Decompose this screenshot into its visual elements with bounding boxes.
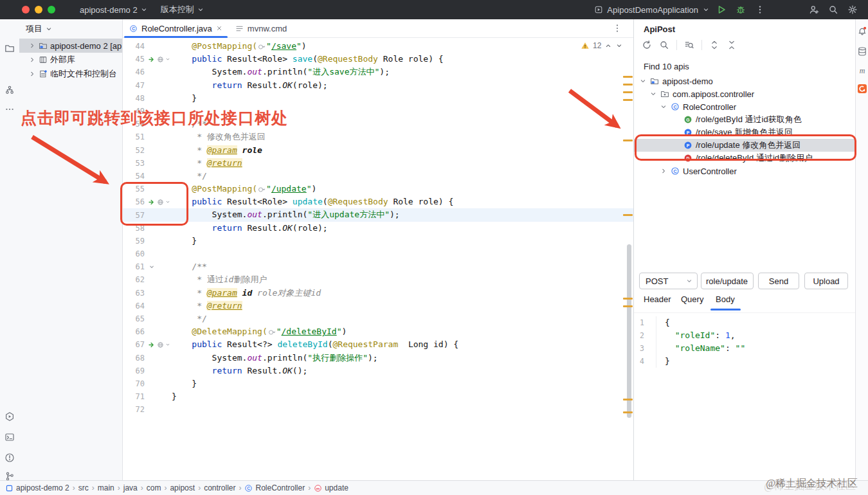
- editor-scrollbar[interactable]: [627, 244, 631, 418]
- project-switcher[interactable]: apipost-demo 2: [73, 0, 154, 19]
- structure-tool-icon[interactable]: [5, 85, 15, 95]
- close-window-icon[interactable]: [22, 6, 30, 14]
- more-actions-icon[interactable]: [755, 4, 765, 15]
- project-item-label: 外部库: [50, 54, 75, 66]
- code-line-45[interactable]: 45 public Result<Role> save(@RequestBody…: [123, 53, 634, 66]
- code-line-44[interactable]: 44 @PostMapping("/save"): [123, 40, 634, 53]
- code-line-68[interactable]: 68 System.out.println("执行删除操作");: [123, 352, 634, 364]
- breadcrumb-item[interactable]: main: [98, 483, 114, 492]
- project-tree-item[interactable]: 临时文件和控制台: [19, 67, 122, 81]
- tab-body[interactable]: Body: [716, 294, 735, 304]
- breadcrumb-item[interactable]: apipost-demo 2: [5, 483, 69, 492]
- upload-button[interactable]: Upload: [804, 273, 848, 289]
- code-line-66[interactable]: 66 @DeleteMapping("/deleteById"): [123, 325, 634, 338]
- code-with-me-icon[interactable]: [809, 4, 819, 15]
- code-line-52[interactable]: 52 * @param role: [123, 144, 634, 157]
- api-tree-item[interactable]: CRoleController: [634, 100, 856, 113]
- code-line-61[interactable]: 61 /**: [123, 260, 634, 273]
- settings-gear-icon[interactable]: [847, 4, 858, 15]
- api-tree-item[interactable]: CUserController: [634, 165, 856, 177]
- gutter[interactable]: [147, 198, 172, 206]
- code-line-46[interactable]: 46 System.out.println("进入save方法中");: [123, 66, 634, 78]
- project-tool-icon[interactable]: [5, 43, 15, 53]
- gutter[interactable]: [147, 341, 172, 349]
- run-configuration[interactable]: ApipostDemoApplication: [594, 5, 710, 15]
- notifications-bell-icon[interactable]: [857, 26, 867, 36]
- project-tree-item[interactable]: apipost-demo 2 [ap: [19, 39, 122, 53]
- send-button[interactable]: Send: [758, 273, 799, 289]
- collapse-all-icon[interactable]: [727, 40, 737, 50]
- services-tool-icon[interactable]: [5, 411, 15, 422]
- debug-button-icon[interactable]: [736, 4, 746, 15]
- breadcrumb-item[interactable]: controller: [204, 483, 235, 492]
- run-button-icon[interactable]: [716, 4, 727, 15]
- chevron-down-icon: [660, 103, 667, 111]
- more-tools-icon[interactable]: [5, 104, 15, 114]
- tab-query[interactable]: Query: [681, 294, 703, 304]
- problems-tool-icon[interactable]: [5, 453, 15, 463]
- code-line-63[interactable]: 63 * @param id role对象主键id: [123, 287, 634, 300]
- code-line-60[interactable]: 60: [123, 248, 634, 260]
- tab-mvnw-cmd[interactable]: mvnw.cmd: [229, 19, 293, 37]
- expand-all-icon[interactable]: [709, 40, 719, 50]
- tab-header[interactable]: Header: [644, 294, 671, 304]
- breadcrumb-item[interactable]: mupdate: [314, 483, 348, 492]
- maven-tool-icon[interactable]: m: [857, 66, 867, 76]
- api-tree-item[interactable]: G/role/getById 通过id获取角色: [634, 113, 856, 126]
- tab-rolecontroller-java[interactable]: C RoleController.java: [123, 19, 229, 37]
- code-line-62[interactable]: 62 * 通过id删除用户: [123, 273, 634, 286]
- code-line-64[interactable]: 64 * @return: [123, 300, 634, 312]
- url-input[interactable]: [701, 273, 754, 289]
- tab-options-icon[interactable]: [612, 23, 622, 33]
- gutter[interactable]: [147, 55, 172, 64]
- terminal-tool-icon[interactable]: [5, 432, 15, 442]
- maximize-window-icon[interactable]: [48, 6, 55, 14]
- search-icon[interactable]: [659, 40, 669, 50]
- code-line-67[interactable]: 67 public Result<?> deleteById(@RequestP…: [123, 338, 634, 351]
- api-tree-item[interactable]: com.apipost.controller: [634, 87, 856, 100]
- api-tree-item[interactable]: D/role/deleteById 通过id删除用户: [634, 152, 856, 165]
- api-tree-item[interactable]: apipost-demo: [634, 75, 856, 87]
- locate-in-tree-icon[interactable]: [684, 40, 694, 50]
- code-line-69[interactable]: 69 return Result.OK();: [123, 364, 634, 377]
- code-line-59[interactable]: 59 }: [123, 235, 634, 248]
- breadcrumb-item[interactable]: apipost: [170, 483, 195, 492]
- breadcrumb-item[interactable]: com: [147, 483, 161, 492]
- svg-text:P: P: [687, 143, 690, 148]
- database-tool-icon[interactable]: [857, 46, 867, 57]
- method-select[interactable]: POST: [639, 273, 698, 289]
- code-line-71[interactable]: 71}: [123, 390, 634, 403]
- code-line-72[interactable]: 72: [123, 403, 634, 416]
- body-line-2[interactable]: 2 "roleId": 1,: [634, 329, 856, 342]
- project-tree-item[interactable]: 外部库: [19, 53, 122, 67]
- gutter[interactable]: [147, 263, 172, 271]
- body-line-3[interactable]: 3 "roleName": "": [634, 342, 856, 355]
- breadcrumb-item[interactable]: java: [123, 483, 138, 492]
- request-body-editor[interactable]: 1{2 "roleId": 1,3 "roleName": ""4}: [634, 312, 856, 480]
- breadcrumb-item[interactable]: src: [78, 483, 89, 492]
- breadcrumb-item[interactable]: CRoleController: [244, 483, 305, 492]
- code-line-58[interactable]: 58 return Result.OK(role);: [123, 222, 634, 235]
- apipost-logo-icon[interactable]: [857, 84, 867, 94]
- code-line-57[interactable]: 57 System.out.println("进入update方法中");: [123, 208, 634, 221]
- project-panel-header[interactable]: 项目: [19, 19, 122, 39]
- window-controls[interactable]: [0, 6, 73, 14]
- code-line-53[interactable]: 53 * @return: [123, 157, 634, 170]
- body-line-1[interactable]: 1{: [634, 316, 856, 329]
- code-line-56[interactable]: 56 public Result<Role> update(@RequestBo…: [123, 195, 634, 208]
- code-line-54[interactable]: 54 */: [123, 170, 634, 183]
- code-line-47[interactable]: 47 return Result.OK(role);: [123, 79, 634, 92]
- minimize-window-icon[interactable]: [35, 6, 42, 14]
- refresh-icon[interactable]: [642, 40, 652, 50]
- close-icon[interactable]: [216, 25, 222, 32]
- code-line-55[interactable]: 55 @PostMapping("/update"): [123, 183, 634, 195]
- code-line-48[interactable]: 48 }: [123, 92, 634, 105]
- api-tree-item[interactable]: P/role/save 新增角色并返回: [634, 126, 856, 139]
- search-everywhere-icon[interactable]: [828, 4, 838, 15]
- code-line-51[interactable]: 51 * 修改角色并返回: [123, 130, 634, 143]
- code-line-70[interactable]: 70 }: [123, 377, 634, 390]
- api-tree-item[interactable]: P/role/update 修改角色并返回: [634, 139, 856, 152]
- code-line-65[interactable]: 65 */: [123, 312, 634, 325]
- body-line-4[interactable]: 4}: [634, 355, 856, 368]
- vcs-menu[interactable]: 版本控制: [154, 0, 211, 19]
